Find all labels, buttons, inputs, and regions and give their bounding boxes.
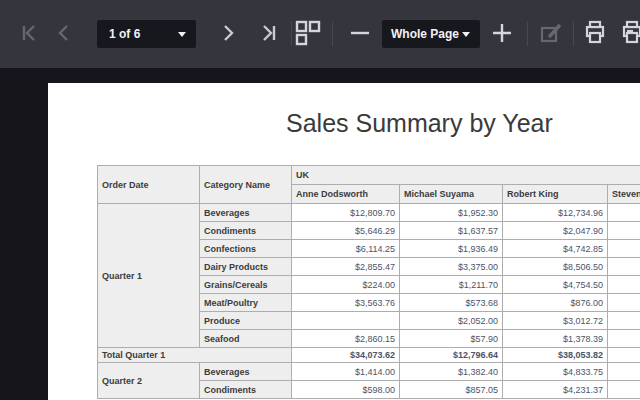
value-cell [608,363,640,381]
next-page-icon [217,22,239,44]
table-header-row-1: Order Date Category Name UK [98,166,640,185]
zoom-in-icon [490,21,514,45]
value-cell: $3,375.00 [400,258,503,276]
print-preview-icon [619,20,640,46]
print-preview-button[interactable] [618,19,640,47]
dropdown-caret-icon [178,32,186,37]
quarter-label: Quarter 1 [98,204,200,348]
value-cell [608,204,640,222]
edit-button[interactable] [538,19,566,47]
table-row: Quarter 2Beverages$1,414.00$1,382.40$4,8… [98,363,640,381]
print-button[interactable] [581,19,609,47]
value-cell: $1,637.57 [400,222,503,240]
value-cell: $8,506.50 [503,258,608,276]
col-header-employee-4: Steven [608,185,640,204]
value-cell: $1,378.39 [503,330,608,348]
value-cell [608,222,640,240]
category-label: Beverages [200,204,292,222]
value-cell: $4,754.50 [503,276,608,294]
value-cell [608,258,640,276]
previous-page-button[interactable] [50,19,78,47]
value-cell: $57.90 [400,330,503,348]
total-value-cell: $12,796.64 [400,348,503,363]
category-label: Seafood [200,330,292,348]
total-row: Total Quarter 1$34,073.62$12,796.64$38,0… [98,348,640,363]
value-cell: $4,742.85 [503,240,608,258]
value-cell [608,381,640,399]
col-header-employee-3: Robert King [503,185,608,204]
dropdown-caret-icon [462,32,470,37]
value-cell: $876.00 [503,294,608,312]
value-cell [608,240,640,258]
zoom-level-select[interactable]: Whole Page [382,20,480,48]
value-cell [608,294,640,312]
value-cell: $4,833.75 [503,363,608,381]
category-label: Beverages [200,363,292,381]
value-cell [608,276,640,294]
page-number-select[interactable]: 1 of 6 [97,20,196,48]
quarter-label: Quarter 2 [98,363,200,399]
toolbar-separator [332,21,333,46]
viewer-toolbar: 1 of 6 [0,0,640,68]
value-cell [608,330,640,348]
value-cell: $2,860.15 [292,330,400,348]
value-cell: $1,382.40 [400,363,503,381]
report-viewer-window: 1 of 6 [0,0,640,400]
value-cell: $2,047.90 [503,222,608,240]
zoom-out-icon [348,21,372,45]
group-header-uk: UK [292,166,640,185]
edit-icon [539,20,565,46]
value-cell: $2,052.00 [400,312,503,330]
category-label: Dairy Products [200,258,292,276]
zoom-in-button[interactable] [488,19,516,47]
category-label: Confections [200,240,292,258]
toolbar-separator [291,21,292,46]
report-page: Sales Summary by Year Order Date Categor… [48,83,640,400]
print-icon [582,20,608,46]
col-header-category-name: Category Name [200,166,292,204]
category-label: Meat/Poultry [200,294,292,312]
zoom-out-button[interactable] [346,19,374,47]
value-cell: $3,563.76 [292,294,400,312]
value-cell: $12,809.70 [292,204,400,222]
page-layout-icon [294,19,322,47]
first-page-icon [19,22,41,44]
category-label: Grains/Cereals [200,276,292,294]
value-cell: $6,114.25 [292,240,400,258]
col-header-order-date: Order Date [98,166,200,204]
next-page-button[interactable] [214,19,242,47]
value-cell: $3,012.72 [503,312,608,330]
page-number-value: 1 of 6 [109,27,140,41]
last-page-icon [257,22,279,44]
value-cell: $1,952.30 [400,204,503,222]
document-viewport[interactable]: Sales Summary by Year Order Date Categor… [0,68,640,400]
value-cell: $573.68 [400,294,503,312]
toolbar-separator [573,21,574,46]
report-title: Sales Summary by Year [286,109,640,138]
first-page-button[interactable] [16,19,44,47]
value-cell: $2,855.47 [292,258,400,276]
value-cell: $1,414.00 [292,363,400,381]
total-value-cell: $38,053.82 [503,348,608,363]
value-cell: $12,734.96 [503,204,608,222]
previous-page-icon [53,22,75,44]
category-label: Condiments [200,381,292,399]
total-value-cell: $34,073.62 [292,348,400,363]
value-cell: $598.00 [292,381,400,399]
col-header-employee-2: Michael Suyama [400,185,503,204]
value-cell [608,312,640,330]
category-label: Produce [200,312,292,330]
report-table: Order Date Category Name UK Anne Dodswor… [97,165,640,399]
last-page-button[interactable] [254,19,282,47]
value-cell: $4,231.37 [503,381,608,399]
toolbar-separator [527,21,528,46]
category-label: Condiments [200,222,292,240]
col-header-employee-1: Anne Dodsworth [292,185,400,204]
table-row: Quarter 1Beverages$12,809.70$1,952.30$12… [98,204,640,222]
report-table-header: Order Date Category Name UK Anne Dodswor… [98,166,640,204]
page-layout-button[interactable] [294,19,322,47]
value-cell: $224.00 [292,276,400,294]
value-cell: $5,646.29 [292,222,400,240]
value-cell: $857.05 [400,381,503,399]
zoom-level-value: Whole Page [391,27,459,41]
